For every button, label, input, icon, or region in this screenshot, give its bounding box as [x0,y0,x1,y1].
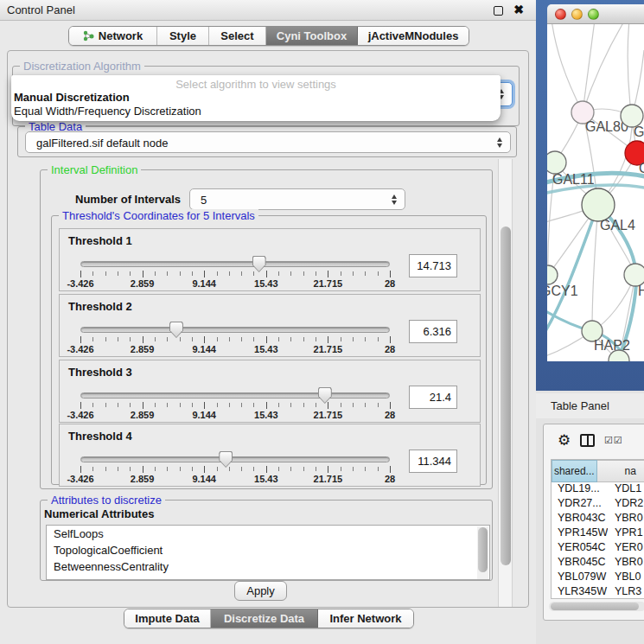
tab-label: jActiveMNodules [368,27,459,45]
threshold-value-field[interactable]: 14.713 [409,254,457,277]
column-header-name[interactable]: na [597,460,644,482]
table-row[interactable]: YER054CYER0 [552,541,644,556]
tab-network[interactable]: Network [69,27,157,45]
numerical-attributes-label: Numerical Attributes [44,507,154,520]
num-intervals-label: Number of Intervals [75,193,181,206]
control-panel: Control Panel ✖ NetworkStyleSelectCyni T… [0,0,536,644]
slider-tick-label: 9.144 [180,410,228,420]
table-row[interactable]: YBL079WYBL0 [552,571,644,585]
attribute-item-betweennesscentrality[interactable]: BetweennessCentrality [47,558,489,575]
gear-icon[interactable]: ⚙ [558,431,571,450]
float-window-icon[interactable] [494,6,503,16]
slider-tick-label: 21.715 [303,344,352,354]
tab-infer-network[interactable]: Infer Network [318,609,413,628]
tab-impute-data[interactable]: Impute Data [124,609,211,628]
cell-name: YBL0 [608,571,644,585]
network-node-label: GCY1 [547,284,578,298]
table-panel-header: Table Panel [536,393,644,418]
attributes-title: Attributes to discretize [48,494,165,507]
threshold-slider-thumb[interactable] [219,451,233,468]
table-row[interactable]: YBR043CYBR0 [552,512,644,526]
tab-discretize-data[interactable]: Discretize Data [211,609,318,628]
column-header-shared[interactable]: shared... [552,460,597,482]
table-row[interactable]: YDL19...YDL1 [552,482,644,497]
slider-minor-ticks [80,403,391,407]
threshold-label: Threshold 4 [68,430,132,443]
table-hscrollbar-thumb[interactable] [551,603,639,610]
slider-tick-label: -3.426 [56,344,105,354]
cell-shared-name: YDR27... [552,497,608,512]
network-node-gal4[interactable] [582,188,615,221]
numerical-attributes-list[interactable]: SelfLoopsTopologicalCoefficientBetweenne… [46,525,490,580]
tab-style[interactable]: Style [157,27,209,45]
attributes-group: Attributes to discretize Numerical Attri… [40,500,493,581]
screen: Control Panel ✖ NetworkStyleSelectCyni T… [0,0,644,644]
apply-button[interactable]: Apply [234,581,287,601]
popup-option-equal-width-frequency-discretization[interactable]: Equal Width/Frequency Discretization [11,105,501,118]
discretization-algorithm-title: Discretization Algorithm [20,60,144,73]
attribute-item-topologicalcoefficient[interactable]: TopologicalCoefficient [47,542,489,558]
num-intervals-value: 5 [201,193,207,206]
tab-select[interactable]: Select [209,27,266,45]
split-columns-icon[interactable] [580,434,595,447]
slider-tick-label: 9.144 [180,278,228,289]
slider-tick-label: 2.859 [118,344,167,354]
slider-major-tick [143,466,143,473]
cell-name: YDL1 [608,482,644,497]
threshold-slider-track[interactable] [80,392,390,399]
attribute-item-selfloops[interactable]: SelfLoops [47,526,489,542]
network-node-label: GAL4 [600,218,635,233]
table-hscrollbar[interactable] [549,602,644,611]
table-row[interactable]: YBR045CYBR0 [552,556,644,571]
popup-option-manual-discretization[interactable]: Manual Discretization [11,91,501,105]
slider-tick-label: 28 [366,474,414,484]
num-intervals-spinner[interactable]: 5 [189,188,405,210]
slider-major-tick [204,402,205,409]
threshold-panel-1: Threshold 1-3.4262.8599.14415.4321.71528… [59,228,481,291]
network-canvas[interactable]: GAL80GACGAL11GAL4GCY1HHAP2 [547,24,644,361]
checkboxes-icon[interactable]: ☑☑ [604,435,623,446]
cell-shared-name: YBR045C [552,556,608,571]
tab-cyni-toolbox[interactable]: Cyni Toolbox [266,27,358,45]
table-row[interactable]: YDR27...YDR2 [552,497,644,512]
cell-shared-name: YBL079W [552,571,608,585]
close-traffic-light[interactable] [555,9,566,20]
node-table[interactable]: shared... na YDL19...YDL1YDR27...YDR2YBR… [551,459,644,599]
slider-tick-label: 28 [366,410,414,420]
threshold-slider-track[interactable] [80,456,390,462]
network-node-gal11[interactable] [547,151,566,174]
threshold-value-field[interactable]: 6.316 [409,320,457,343]
zoom-traffic-light[interactable] [588,9,599,20]
tab-jactivemnodules[interactable]: jActiveMNodules [358,27,469,45]
table-data-combo[interactable]: galFiltered.sif default node [25,131,511,153]
slider-tick-label: 21.715 [303,278,352,289]
network-window-titlebar[interactable] [547,4,644,24]
slider-tick-label: 15.43 [242,278,290,289]
threshold-coordinates-title: Threshold's Coordinates for 5 Intervals [59,209,258,222]
network-node-label: H [638,284,644,298]
slider-major-tick [266,402,267,409]
close-icon[interactable]: ✖ [513,3,524,16]
minimize-traffic-light[interactable] [571,9,583,20]
threshold-value-field[interactable]: 21.4 [409,386,457,409]
spinner-arrows-icon [392,194,397,205]
network-node-gcy1[interactable] [547,265,558,284]
panel-scrollbar[interactable] [498,159,513,607]
slider-tick-label: 2.859 [118,278,167,289]
threshold-slider-thumb[interactable] [318,387,332,404]
list-scrollbar[interactable] [477,526,488,580]
table-row[interactable]: YPR145WYPR1 [552,526,644,541]
panel-scrollbar-thumb[interactable] [501,226,511,565]
slider-tick-label: -3.426 [56,474,105,484]
slider-major-tick [80,466,81,473]
threshold-slider-thumb[interactable] [252,256,266,272]
threshold-value-field[interactable]: 11.344 [409,450,457,473]
slider-major-tick [143,402,143,409]
threshold-slider-track[interactable] [80,327,390,333]
cell-shared-name: YDL19... [552,482,608,497]
slider-minor-ticks [80,271,391,276]
slider-tick-label: 15.43 [242,474,290,484]
threshold-slider-thumb[interactable] [169,322,183,338]
threshold-slider-track[interactable] [80,261,390,267]
table-row[interactable]: YLR345WYLR3 [552,585,644,599]
